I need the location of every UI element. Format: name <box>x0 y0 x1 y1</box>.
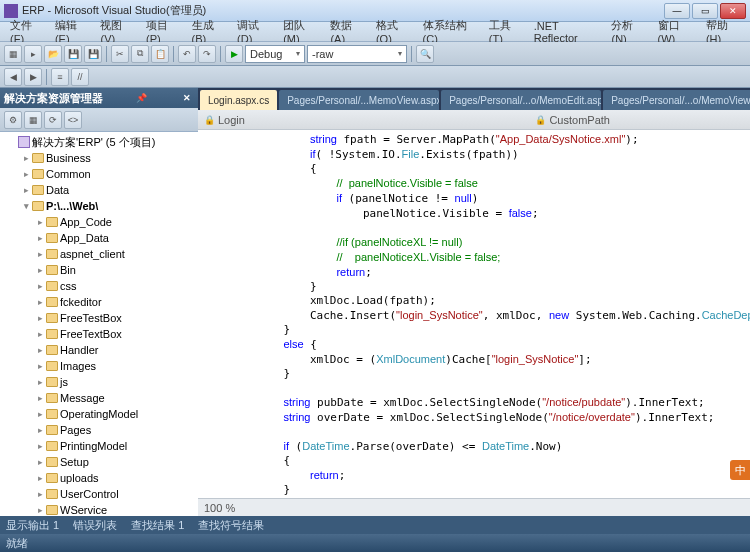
sol-icon <box>18 136 30 148</box>
tree-node[interactable]: ▾P:\...\Web\ <box>2 198 196 214</box>
nav-fwd-button[interactable]: ▶ <box>24 68 42 86</box>
start-button[interactable]: ▶ <box>225 45 243 63</box>
save-button[interactable]: 💾 <box>64 45 82 63</box>
tree-node[interactable]: ▸Handler <box>2 342 196 358</box>
copy-button[interactable]: ⧉ <box>131 45 149 63</box>
fld-icon <box>32 201 44 211</box>
fld-icon <box>46 377 58 387</box>
tree-node[interactable]: 解决方案'ERP' (5 个项目) <box>2 134 196 150</box>
tree-node[interactable]: ▸Pages <box>2 422 196 438</box>
tree-node[interactable]: ▸Message <box>2 390 196 406</box>
open-button[interactable]: 📂 <box>44 45 62 63</box>
show-all-button[interactable]: ▦ <box>24 111 42 129</box>
error-list-tab[interactable]: 错误列表 <box>73 518 117 533</box>
tree-label: uploads <box>60 472 99 484</box>
tree-label: App_Code <box>60 216 112 228</box>
fld-icon <box>46 489 58 499</box>
properties-button[interactable]: ⚙ <box>4 111 22 129</box>
tree-node[interactable]: ▸uploads <box>2 470 196 486</box>
tree-label: OperatingModel <box>60 408 138 420</box>
tree-node[interactable]: ▸FreeTestBox <box>2 310 196 326</box>
new-project-button[interactable]: ▦ <box>4 45 22 63</box>
output-tab[interactable]: 显示输出 1 <box>6 518 59 533</box>
pane-title: 解决方案资源管理器 <box>4 91 103 106</box>
undo-button[interactable]: ↶ <box>178 45 196 63</box>
tree-node[interactable]: ▸aspnet_client <box>2 246 196 262</box>
close-pane-icon[interactable]: ✕ <box>180 91 194 105</box>
tree-node[interactable]: ▸Data <box>2 182 196 198</box>
tree-node[interactable]: ▸App_Code <box>2 214 196 230</box>
fld-icon <box>46 393 58 403</box>
tree-node[interactable]: ▸Setup <box>2 454 196 470</box>
tree-node[interactable]: ▸Business <box>2 150 196 166</box>
comment-button[interactable]: // <box>71 68 89 86</box>
editor-tab[interactable]: Login.aspx.cs <box>200 90 277 110</box>
view-code-button[interactable]: <> <box>64 111 82 129</box>
tree-label: Bin <box>60 264 76 276</box>
redo-button[interactable]: ↷ <box>198 45 216 63</box>
fld-icon <box>46 329 58 339</box>
editor-area: Login.aspx.csPages/Personal/...MemoView.… <box>198 88 750 516</box>
tree-node[interactable]: ▸fckeditor <box>2 294 196 310</box>
tree-label: Data <box>46 184 69 196</box>
tree-label: WService <box>60 504 107 516</box>
tree-node[interactable]: ▸UserControl <box>2 486 196 502</box>
save-all-button[interactable]: 💾 <box>84 45 102 63</box>
tree-node[interactable]: ▸Bin <box>2 262 196 278</box>
find-symbol-tab[interactable]: 查找符号结果 <box>198 518 264 533</box>
code-editor[interactable]: string fpath = Server.MapPath("App_Data/… <box>198 130 750 498</box>
solution-explorer-header: 解决方案资源管理器 📌 ✕ <box>0 88 198 108</box>
pin-icon[interactable]: 📌 <box>135 91 149 105</box>
fld-icon <box>46 505 58 515</box>
tree-node[interactable]: ▸Images <box>2 358 196 374</box>
toolbar-separator <box>173 46 174 62</box>
paste-button[interactable]: 📋 <box>151 45 169 63</box>
fld-icon <box>46 217 58 227</box>
tree-label: js <box>60 376 68 388</box>
platform-combo[interactable]: -raw <box>307 45 407 63</box>
refresh-button[interactable]: ⟳ <box>44 111 62 129</box>
toolbox-button[interactable]: ≡ <box>51 68 69 86</box>
fld-icon <box>46 361 58 371</box>
config-combo[interactable]: Debug <box>245 45 305 63</box>
tree-node[interactable]: ▸Common <box>2 166 196 182</box>
cut-button[interactable]: ✂ <box>111 45 129 63</box>
editor-tab[interactable]: Pages/Personal/...MemoView.aspx.cs <box>279 90 439 110</box>
add-item-button[interactable]: ▸ <box>24 45 42 63</box>
tree-node[interactable]: ▸OperatingModel <box>2 406 196 422</box>
solution-tree[interactable]: 解决方案'ERP' (5 个项目)▸Business▸Common▸Data▾P… <box>0 132 198 516</box>
find-results-tab[interactable]: 查找结果 1 <box>131 518 184 533</box>
member-combo[interactable]: CustomPath <box>529 114 750 126</box>
main-toolbar: ▦ ▸ 📂 💾 💾 ✂ ⧉ 📋 ↶ ↷ ▶ Debug -raw 🔍 <box>0 42 750 66</box>
fld-icon <box>46 441 58 451</box>
fld-icon <box>46 313 58 323</box>
tree-node[interactable]: ▸css <box>2 278 196 294</box>
fld-icon <box>46 473 58 483</box>
tree-label: Handler <box>60 344 99 356</box>
solution-explorer: 解决方案资源管理器 📌 ✕ ⚙ ▦ ⟳ <> 解决方案'ERP' (5 个项目)… <box>0 88 198 516</box>
editor-status-bar: 100 % ◈ <box>198 498 750 516</box>
tree-label: aspnet_client <box>60 248 125 260</box>
nav-back-button[interactable]: ◀ <box>4 68 22 86</box>
tree-node[interactable]: ▸WService <box>2 502 196 516</box>
tree-node[interactable]: ▸js <box>2 374 196 390</box>
toolbar-separator <box>106 46 107 62</box>
menu-bar: 文件(F)编辑(E)视图(V)项目(P)生成(B)调试(D)团队(M)数据(A)… <box>0 22 750 42</box>
status-bar: 就绪 <box>0 534 750 552</box>
zoom-level[interactable]: 100 % <box>204 502 235 514</box>
tree-node[interactable]: ▸PrintingModel <box>2 438 196 454</box>
tree-node[interactable]: ▸App_Data <box>2 230 196 246</box>
editor-tab[interactable]: Pages/Personal/...o/MemoEdit.aspx <box>441 90 601 110</box>
nav-bar: Login CustomPath <box>198 110 750 130</box>
tree-node[interactable]: ▸FreeTextBox <box>2 326 196 342</box>
fld-icon <box>46 281 58 291</box>
tree-label: UserControl <box>60 488 119 500</box>
ime-badge[interactable]: 中 <box>730 460 750 480</box>
fld-icon <box>46 297 58 307</box>
editor-tab[interactable]: Pages/Personal/...o/MemoView.aspx <box>603 90 750 110</box>
tree-label: FreeTextBox <box>60 328 122 340</box>
fld-icon <box>46 249 58 259</box>
find-button[interactable]: 🔍 <box>416 45 434 63</box>
type-combo[interactable]: Login <box>198 114 529 126</box>
fld-icon <box>32 169 44 179</box>
